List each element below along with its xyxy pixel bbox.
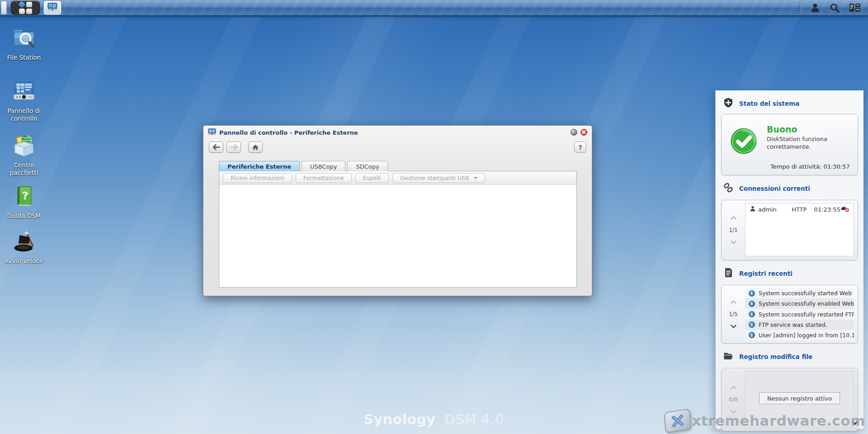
minimize-button[interactable] [571, 129, 577, 136]
window-title-bar[interactable]: Pannello di controllo - Periferiche Este… [203, 126, 592, 139]
logs-list: i System successfully started Web St... … [745, 288, 854, 340]
xtremehardware-site-text: xtremehardware.com [692, 413, 865, 429]
connection-row[interactable]: admin HTTP 01:23:55 [745, 203, 854, 215]
log-row[interactable]: i System successfully restarted FTP... [745, 309, 854, 319]
close-button[interactable] [580, 129, 587, 136]
connections-card: 1/1 admin HTTP 01:23:55 [721, 200, 858, 260]
chevron-down-icon [474, 177, 477, 181]
uptime-label: Tempo di attività: 01:30:57 [770, 163, 850, 170]
widget-title: Registro modifica file [739, 353, 812, 360]
disconnect-icon[interactable] [840, 205, 849, 213]
status-good-icon [729, 126, 759, 170]
tab-bar: Periferiche Esterne USBCopy SDCopy [219, 161, 388, 171]
pilot-view-icon[interactable] [849, 3, 861, 13]
window-nav-bar: ? [203, 139, 592, 153]
usb-printer-dropdown[interactable]: Gestione stampanti USB [392, 173, 485, 183]
log-document-icon [723, 267, 734, 280]
package-center-icon [12, 151, 36, 159]
log-row[interactable]: i System successfully started Web St... [745, 288, 854, 298]
desktop-icon-control-panel[interactable]: Pannello di controllo [0, 80, 48, 123]
tab-usbcopy[interactable]: USBCopy [302, 161, 345, 171]
folder-open-icon [723, 350, 734, 363]
control-panel-mini-icon [47, 3, 57, 13]
no-active-log-label: Nessun registro attivo [759, 392, 840, 404]
log-text: User [admin] logged in from [10.16... [759, 332, 854, 339]
format-button[interactable]: Formattazione [296, 173, 352, 183]
widget-title: Connessioni correnti [739, 185, 810, 192]
tab-sdcopy[interactable]: SDCopy [347, 161, 387, 171]
desktop-icon-label: Avvio veloce [0, 257, 48, 265]
taskbar-window-button-control-panel[interactable] [44, 1, 61, 14]
user-icon[interactable] [810, 3, 821, 13]
xtremehardware-watermark: xtremehardware.com [665, 410, 865, 431]
info-icon: i [749, 301, 755, 307]
recent-logs-card: 1/5 i System successfully started Web St… [721, 285, 858, 344]
page-up-icon[interactable] [731, 386, 736, 392]
search-icon[interactable] [830, 3, 840, 13]
control-panel-icon [12, 96, 36, 105]
svg-text:?: ? [22, 190, 28, 202]
page-up-icon[interactable] [731, 300, 736, 306]
status-description: DiskStation funziona correttamente. [767, 136, 848, 151]
recent-logs-header: Registri recenti [716, 260, 863, 284]
widget-title: Registri recenti [739, 270, 793, 277]
log-row[interactable]: i System successfully enabled WebD... [745, 298, 854, 309]
get-info-button[interactable]: Ricevi informazioni [223, 173, 292, 183]
usb-printer-dropdown-label: Gestione stampanti USB [400, 175, 469, 181]
forward-button[interactable] [226, 142, 241, 153]
show-desktop-button[interactable] [1, 1, 7, 14]
desktop-icon-file-station[interactable]: File Station [0, 26, 48, 61]
tab-periferiche-esterne[interactable]: Periferiche Esterne [219, 161, 300, 171]
link-icon [723, 182, 734, 195]
home-button[interactable] [248, 142, 263, 153]
log-text: FTP service was started. [759, 321, 827, 328]
synology-logo-text: Synology [364, 411, 436, 427]
xtremehardware-logo-icon [664, 408, 692, 433]
page-down-icon[interactable] [731, 322, 736, 328]
dsm-watermark: Synology DSM 4.0 [364, 411, 505, 427]
connections-header: Connessioni correnti [716, 175, 863, 199]
status-value: Buono [767, 124, 848, 134]
system-status-header: Stato del sistema [716, 90, 863, 114]
back-button[interactable] [209, 142, 223, 153]
desktop-icon-label: Guida DSM [0, 212, 48, 220]
file-station-icon [12, 43, 36, 52]
shield-icon [723, 97, 734, 110]
page-up-icon[interactable] [731, 216, 736, 222]
page-indicator: 1/5 [729, 311, 737, 317]
desktop-icon-quick-start[interactable]: Avvio veloce [0, 229, 48, 265]
info-icon: i [749, 332, 755, 338]
system-status-card: Buono DiskStation funziona correttamente… [721, 114, 858, 175]
log-text: System successfully restarted FTP... [759, 311, 854, 318]
user-icon [750, 206, 755, 213]
tab-content-panel: Ricevi informazioni Formattazione Espell… [219, 171, 577, 288]
eject-button[interactable]: Espelli [355, 173, 389, 183]
quick-start-icon [11, 246, 37, 255]
connections-pager: 1/1 [722, 200, 745, 260]
page-indicator: 1/1 [729, 227, 737, 233]
help-button[interactable]: ? [574, 142, 586, 153]
main-menu-icon [19, 2, 32, 14]
desktop-icon-package-center[interactable]: Centro pacchetti [0, 134, 48, 177]
taskbar-divider [800, 1, 801, 14]
dsm-help-icon: ? [12, 201, 36, 210]
control-panel-window: Pannello di controllo - Periferiche Este… [203, 125, 592, 296]
desktop: File Station Pannello [0, 0, 868, 434]
log-row[interactable]: i FTP service was started. [745, 320, 854, 330]
taskbar-left [0, 0, 61, 15]
control-panel-icon [208, 128, 216, 137]
desktop-icon-dsm-help[interactable]: ? Guida DSM [0, 184, 48, 220]
desktop-icon-label: Centro pacchetti [0, 161, 48, 177]
desktop-icon-label: Pannello di controllo [0, 107, 48, 123]
log-row[interactable]: i User [admin] logged in from [10.16... [745, 330, 854, 340]
system-widget-panel: Stato del sistema Buono DiskStation funz… [715, 90, 863, 429]
device-toolbar: Ricevi informazioni Formattazione Espell… [219, 171, 576, 185]
connections-list: admin HTTP 01:23:55 [745, 203, 854, 256]
taskbar [0, 0, 868, 16]
connection-user: admin [758, 206, 777, 213]
main-menu-button[interactable] [11, 1, 40, 14]
log-text: System successfully started Web St... [759, 290, 854, 297]
dsm-version-text: DSM 4.0 [444, 411, 504, 427]
taskbar-right [800, 0, 868, 15]
page-down-icon[interactable] [731, 238, 736, 244]
